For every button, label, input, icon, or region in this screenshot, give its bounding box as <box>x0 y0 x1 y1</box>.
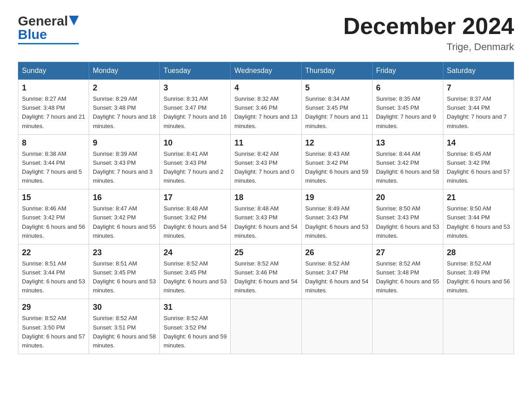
page-header: General Blue December 2024 Trige, Denmar… <box>18 13 514 53</box>
day-number: 15 <box>22 193 85 202</box>
table-row: 14 Sunrise: 8:45 AM Sunset: 3:42 PM Dayl… <box>443 134 514 189</box>
day-number: 10 <box>163 138 227 148</box>
table-row: 23 Sunrise: 8:51 AM Sunset: 3:45 PM Dayl… <box>89 244 160 299</box>
day-number: 30 <box>93 303 156 312</box>
table-row: 29 Sunrise: 8:52 AM Sunset: 3:50 PM Dayl… <box>18 299 89 354</box>
day-info: Sunrise: 8:39 AM Sunset: 3:43 PM Dayligh… <box>93 150 156 186</box>
logo-blue-text: Blue <box>18 27 47 42</box>
day-info: Sunrise: 8:34 AM Sunset: 3:45 PM Dayligh… <box>305 94 369 131</box>
day-info: Sunrise: 8:50 AM Sunset: 3:43 PM Dayligh… <box>376 204 439 240</box>
day-number: 18 <box>234 193 297 202</box>
table-row: 8 Sunrise: 8:38 AM Sunset: 3:44 PM Dayli… <box>18 134 89 189</box>
day-info: Sunrise: 8:31 AM Sunset: 3:47 PM Dayligh… <box>163 94 227 131</box>
day-info: Sunrise: 8:32 AM Sunset: 3:46 PM Dayligh… <box>234 94 297 131</box>
table-row: 6 Sunrise: 8:35 AM Sunset: 3:45 PM Dayli… <box>372 80 443 135</box>
title-section: December 2024 Trige, Denmark <box>343 13 514 53</box>
month-title: December 2024 <box>343 13 514 39</box>
day-info: Sunrise: 8:52 AM Sunset: 3:51 PM Dayligh… <box>93 314 156 350</box>
calendar-header-row: Sunday Monday Tuesday Wednesday Thursday… <box>18 62 514 80</box>
logo-triangle-icon <box>69 16 79 26</box>
day-info: Sunrise: 8:47 AM Sunset: 3:42 PM Dayligh… <box>93 204 156 240</box>
table-row: 5 Sunrise: 8:34 AM Sunset: 3:45 PM Dayli… <box>301 80 372 135</box>
table-row: 31 Sunrise: 8:52 AM Sunset: 3:52 PM Dayl… <box>160 299 231 354</box>
day-number: 8 <box>22 138 85 148</box>
day-info: Sunrise: 8:42 AM Sunset: 3:43 PM Dayligh… <box>234 150 297 186</box>
table-row: 4 Sunrise: 8:32 AM Sunset: 3:46 PM Dayli… <box>231 80 301 135</box>
day-number: 27 <box>376 248 439 257</box>
day-number: 31 <box>163 303 227 312</box>
logo-general-text: General <box>18 13 68 29</box>
day-info: Sunrise: 8:29 AM Sunset: 3:48 PM Dayligh… <box>93 94 156 131</box>
day-number: 3 <box>163 83 227 93</box>
day-number: 5 <box>305 83 369 93</box>
day-info: Sunrise: 8:44 AM Sunset: 3:42 PM Dayligh… <box>376 150 439 186</box>
table-row: 9 Sunrise: 8:39 AM Sunset: 3:43 PM Dayli… <box>89 134 160 189</box>
table-row: 10 Sunrise: 8:41 AM Sunset: 3:43 PM Dayl… <box>160 134 231 189</box>
table-row: 16 Sunrise: 8:47 AM Sunset: 3:42 PM Dayl… <box>89 189 160 244</box>
day-number: 28 <box>447 248 510 257</box>
table-row: 22 Sunrise: 8:51 AM Sunset: 3:44 PM Dayl… <box>18 244 89 299</box>
table-row: 20 Sunrise: 8:50 AM Sunset: 3:43 PM Dayl… <box>372 189 443 244</box>
day-number: 7 <box>447 83 510 93</box>
day-number: 12 <box>305 138 369 148</box>
day-info: Sunrise: 8:45 AM Sunset: 3:42 PM Dayligh… <box>447 150 510 186</box>
day-number: 4 <box>234 83 297 93</box>
day-info: Sunrise: 8:52 AM Sunset: 3:52 PM Dayligh… <box>163 314 227 350</box>
day-number: 14 <box>447 138 510 148</box>
col-friday: Friday <box>372 62 443 80</box>
table-row: 28 Sunrise: 8:52 AM Sunset: 3:49 PM Dayl… <box>443 244 514 299</box>
day-number: 29 <box>22 303 85 312</box>
col-sunday: Sunday <box>18 62 89 80</box>
day-number: 16 <box>93 193 156 202</box>
day-number: 6 <box>376 83 439 93</box>
table-row: 24 Sunrise: 8:52 AM Sunset: 3:45 PM Dayl… <box>160 244 231 299</box>
day-info: Sunrise: 8:46 AM Sunset: 3:42 PM Dayligh… <box>22 204 85 240</box>
table-row: 30 Sunrise: 8:52 AM Sunset: 3:51 PM Dayl… <box>89 299 160 354</box>
day-info: Sunrise: 8:35 AM Sunset: 3:45 PM Dayligh… <box>376 94 439 131</box>
calendar-table: Sunday Monday Tuesday Wednesday Thursday… <box>18 62 514 354</box>
table-row: 13 Sunrise: 8:44 AM Sunset: 3:42 PM Dayl… <box>372 134 443 189</box>
col-wednesday: Wednesday <box>231 62 301 80</box>
col-monday: Monday <box>89 62 160 80</box>
day-info: Sunrise: 8:48 AM Sunset: 3:43 PM Dayligh… <box>234 204 297 240</box>
table-row <box>443 299 514 354</box>
day-info: Sunrise: 8:52 AM Sunset: 3:49 PM Dayligh… <box>447 259 510 295</box>
table-row: 27 Sunrise: 8:52 AM Sunset: 3:48 PM Dayl… <box>372 244 443 299</box>
table-row: 19 Sunrise: 8:49 AM Sunset: 3:43 PM Dayl… <box>301 189 372 244</box>
table-row <box>231 299 301 354</box>
calendar-week-5: 29 Sunrise: 8:52 AM Sunset: 3:50 PM Dayl… <box>18 299 514 354</box>
day-number: 21 <box>447 193 510 202</box>
calendar-week-2: 8 Sunrise: 8:38 AM Sunset: 3:44 PM Dayli… <box>18 134 514 189</box>
day-info: Sunrise: 8:48 AM Sunset: 3:42 PM Dayligh… <box>163 204 227 240</box>
day-info: Sunrise: 8:51 AM Sunset: 3:45 PM Dayligh… <box>93 259 156 295</box>
day-info: Sunrise: 8:52 AM Sunset: 3:46 PM Dayligh… <box>234 259 297 295</box>
day-number: 17 <box>163 193 227 202</box>
day-info: Sunrise: 8:52 AM Sunset: 3:50 PM Dayligh… <box>22 314 85 350</box>
day-info: Sunrise: 8:27 AM Sunset: 3:48 PM Dayligh… <box>22 94 85 131</box>
day-number: 23 <box>93 248 156 257</box>
day-info: Sunrise: 8:41 AM Sunset: 3:43 PM Dayligh… <box>163 150 227 186</box>
calendar-week-4: 22 Sunrise: 8:51 AM Sunset: 3:44 PM Dayl… <box>18 244 514 299</box>
table-row: 12 Sunrise: 8:43 AM Sunset: 3:42 PM Dayl… <box>301 134 372 189</box>
day-number: 25 <box>234 248 297 257</box>
day-info: Sunrise: 8:38 AM Sunset: 3:44 PM Dayligh… <box>22 150 85 186</box>
day-info: Sunrise: 8:52 AM Sunset: 3:48 PM Dayligh… <box>376 259 439 295</box>
table-row: 11 Sunrise: 8:42 AM Sunset: 3:43 PM Dayl… <box>231 134 301 189</box>
day-info: Sunrise: 8:52 AM Sunset: 3:47 PM Dayligh… <box>305 259 369 295</box>
location-subtitle: Trige, Denmark <box>343 41 514 53</box>
day-number: 26 <box>305 248 369 257</box>
table-row: 7 Sunrise: 8:37 AM Sunset: 3:44 PM Dayli… <box>443 80 514 135</box>
day-number: 1 <box>22 83 85 93</box>
logo: General Blue <box>18 13 79 44</box>
col-saturday: Saturday <box>443 62 514 80</box>
table-row <box>301 299 372 354</box>
day-number: 20 <box>376 193 439 202</box>
day-info: Sunrise: 8:49 AM Sunset: 3:43 PM Dayligh… <box>305 204 369 240</box>
table-row: 25 Sunrise: 8:52 AM Sunset: 3:46 PM Dayl… <box>231 244 301 299</box>
table-row: 15 Sunrise: 8:46 AM Sunset: 3:42 PM Dayl… <box>18 189 89 244</box>
table-row: 1 Sunrise: 8:27 AM Sunset: 3:48 PM Dayli… <box>18 80 89 135</box>
day-info: Sunrise: 8:43 AM Sunset: 3:42 PM Dayligh… <box>305 150 369 186</box>
logo-divider <box>18 43 79 44</box>
day-number: 19 <box>305 193 369 202</box>
day-number: 13 <box>376 138 439 148</box>
